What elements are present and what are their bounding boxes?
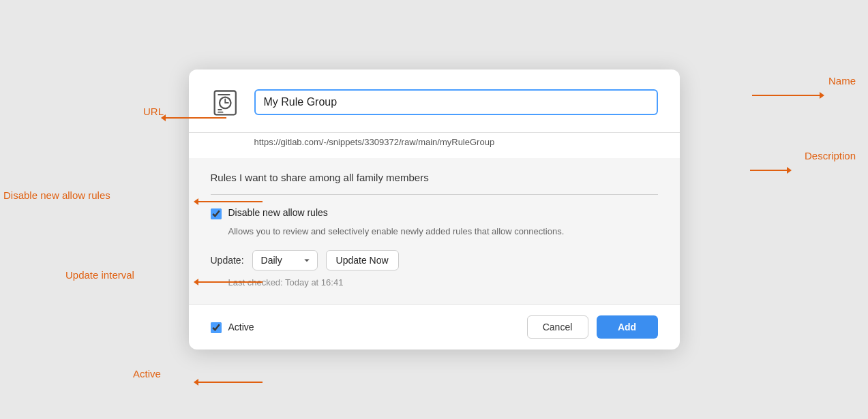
dialog-footer: Active Cancel Add bbox=[189, 305, 680, 350]
annotation-update-line bbox=[198, 281, 263, 283]
annotation-active-line bbox=[198, 382, 263, 383]
update-interval-select[interactable]: Hourly Daily Weekly Monthly bbox=[252, 250, 318, 270]
add-button[interactable]: Add bbox=[597, 315, 658, 339]
disable-allow-rules-row: Disable new allow rules bbox=[211, 207, 658, 219]
update-row: Update: Hourly Daily Weekly Monthly Upda… bbox=[211, 250, 658, 270]
annotation-disable: Disable new allow rules bbox=[3, 189, 110, 201]
disable-allow-rules-label: Disable new allow rules bbox=[228, 207, 328, 218]
annotation-update: Update interval bbox=[65, 269, 134, 281]
dialog: https://gitlab.com/-/snippets/3309372/ra… bbox=[189, 69, 680, 350]
annotation-description: Description bbox=[805, 150, 856, 161]
active-label: Active bbox=[228, 322, 254, 332]
active-checkbox[interactable] bbox=[211, 322, 222, 333]
name-input[interactable] bbox=[254, 89, 658, 115]
disable-allow-rules-checkbox[interactable] bbox=[211, 208, 222, 219]
divider bbox=[211, 194, 658, 195]
url-row: https://gitlab.com/-/snippets/3309372/ra… bbox=[189, 133, 680, 158]
footer-buttons: Cancel Add bbox=[527, 315, 658, 339]
dialog-header bbox=[189, 69, 680, 133]
annotation-active: Active bbox=[133, 368, 161, 379]
rule-group-icon bbox=[211, 86, 243, 119]
annotation-url-line bbox=[165, 117, 226, 119]
annotation-description-line bbox=[750, 170, 788, 171]
annotation-name-line bbox=[752, 95, 820, 96]
update-label: Update: bbox=[211, 255, 244, 266]
description-text: Rules I want to share among all family m… bbox=[211, 172, 658, 183]
annotation-disable-line bbox=[198, 201, 263, 202]
disable-allow-rules-description: Allows you to review and selectively ena… bbox=[228, 225, 658, 238]
url-text: https://gitlab.com/-/snippets/3309372/ra… bbox=[254, 137, 495, 147]
update-now-button[interactable]: Update Now bbox=[326, 250, 399, 270]
active-row: Active bbox=[211, 321, 254, 333]
cancel-button[interactable]: Cancel bbox=[527, 315, 588, 339]
update-interval-wrapper: Hourly Daily Weekly Monthly bbox=[252, 250, 318, 270]
last-checked-text: Last checked: Today at 16:41 bbox=[228, 277, 658, 288]
annotation-name: Name bbox=[828, 75, 856, 87]
